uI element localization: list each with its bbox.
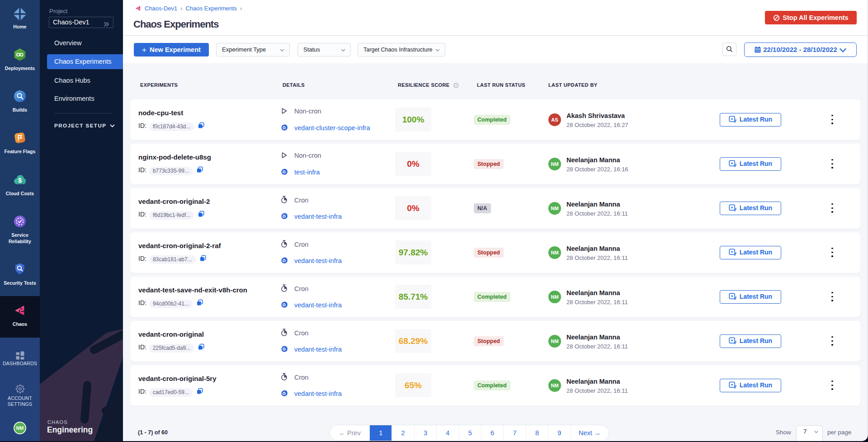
- svg-text:$: $: [18, 177, 22, 184]
